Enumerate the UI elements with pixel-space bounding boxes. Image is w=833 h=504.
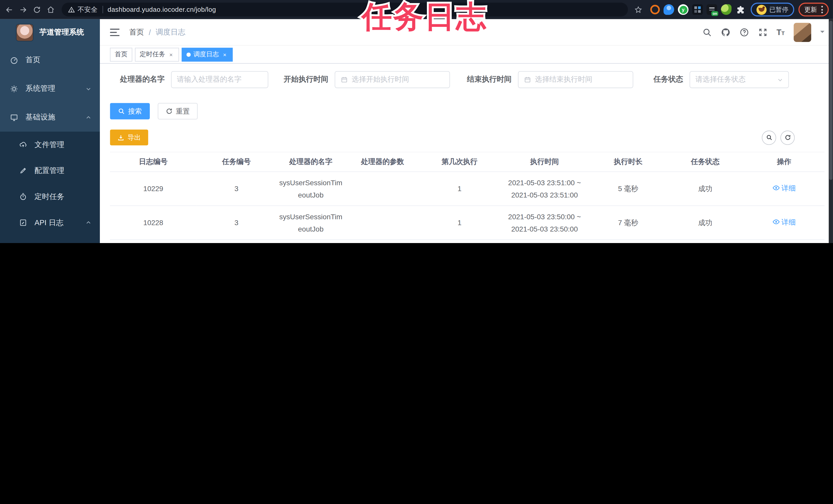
refresh-button[interactable] <box>781 130 795 145</box>
user-avatar[interactable] <box>793 23 811 42</box>
cell-job-status: 成功 <box>667 240 744 243</box>
calendar-icon <box>340 76 348 83</box>
extension-icon-6[interactable] <box>721 4 731 15</box>
toggle-search-button[interactable] <box>762 130 776 145</box>
export-button[interactable]: 导出 <box>110 129 148 145</box>
sidebar-item-scheduled-job[interactable]: 定时任务 <box>0 184 100 210</box>
begin-time-picker[interactable]: 选择开始执行时间 <box>335 71 450 88</box>
home-icon[interactable] <box>44 3 57 16</box>
chevron-down-icon <box>777 77 783 83</box>
profile-avatar <box>757 5 766 15</box>
col-job-status: 任务状态 <box>667 152 744 172</box>
app-logo-row[interactable]: 芋道管理系统 <box>0 19 100 46</box>
extension-icon-7[interactable] <box>735 4 746 15</box>
extension-icon-3[interactable]: y <box>678 4 688 15</box>
cell-job-status: 成功 <box>667 206 744 240</box>
col-execute-index: 第几次执行 <box>420 152 499 172</box>
extension-icon-2[interactable] <box>664 4 674 15</box>
sidebar-item-home[interactable]: 首页 <box>0 46 100 74</box>
cell-actions: 详细 <box>744 240 824 243</box>
forward-icon[interactable] <box>16 3 30 16</box>
reload-icon[interactable] <box>30 3 44 16</box>
breadcrumb-home[interactable]: 首页 <box>129 27 144 37</box>
dashboard-icon <box>10 56 18 64</box>
timer-icon <box>19 193 27 201</box>
tag-home[interactable]: 首页 <box>110 48 132 61</box>
browser-menu-icon[interactable] <box>821 6 823 13</box>
cell-actions: 详细 <box>744 206 824 240</box>
tag-scheduled-job[interactable]: 定时任务 × <box>135 48 179 61</box>
extension-icon-4[interactable] <box>692 4 703 15</box>
extensions-area: y on <box>650 4 746 15</box>
cell-handler-param <box>345 172 420 206</box>
sidebar-item-infrastructure[interactable]: 基础设施 <box>0 103 100 131</box>
handler-name-input[interactable]: 请输入处理器的名字 <box>171 71 268 88</box>
cell-job-id: 3 <box>197 240 276 243</box>
scrollbar[interactable] <box>829 19 833 243</box>
cell-execute-index: 1 <box>420 240 499 243</box>
bookmark-star-icon[interactable] <box>631 3 645 16</box>
cell-handler-name: sysUserSessionTimeoutJob <box>276 206 346 240</box>
cell-handler-param <box>345 240 420 243</box>
tag-job-log[interactable]: 调度日志 × <box>182 48 233 61</box>
api-log-icon <box>19 219 27 227</box>
breadcrumb: 首页 / 调度日志 <box>129 27 185 37</box>
table-row: 10227 3 sysUserSessionTimeoutJob 1 2021-… <box>110 240 824 243</box>
breadcrumb-separator: / <box>149 28 151 36</box>
gear-icon <box>10 85 18 93</box>
cell-execute-time: 2021-05-03 23:49:00 ~2021-05-03 23:49:00 <box>499 240 590 243</box>
cell-job-id: 3 <box>197 172 276 206</box>
monitor-icon <box>10 114 18 121</box>
search-form: 处理器的名字 请输入处理器的名字 开始执行时间 选择开始执行时间 <box>110 71 824 88</box>
sidebar-item-config-manage[interactable]: 配置管理 <box>0 158 100 184</box>
end-time-label: 结束执行时间 <box>467 75 511 84</box>
close-icon[interactable]: × <box>168 51 174 57</box>
job-status-select[interactable]: 请选择任务状态 <box>690 71 789 88</box>
col-duration: 执行时长 <box>590 152 667 172</box>
fullscreen-icon[interactable] <box>758 27 767 37</box>
sidebar-toggle-icon[interactable] <box>110 28 119 36</box>
user-caret-down-icon[interactable] <box>820 31 825 35</box>
extension-icon-1[interactable] <box>650 5 660 14</box>
col-actions: 操作 <box>744 152 824 172</box>
cell-job-id: 3 <box>197 206 276 240</box>
extension-icon-5[interactable]: on <box>707 4 717 15</box>
sidebar-item-file-manage[interactable]: 文件管理 <box>0 132 100 158</box>
sidebar-item-api-log[interactable]: API 日志 <box>0 209 100 236</box>
detail-link[interactable]: 详细 <box>772 216 795 228</box>
close-icon[interactable]: × <box>221 51 228 57</box>
eye-icon <box>772 218 780 226</box>
github-icon[interactable] <box>721 27 730 37</box>
url-bar[interactable]: 不安全 dashboard.yudao.iocoder.cn/job/log <box>62 3 628 16</box>
job-log-table: 日志编号 任务编号 处理器的名字 处理器的参数 第几次执行 执行时间 执行时长 … <box>110 152 824 243</box>
end-time-picker[interactable]: 选择结束执行时间 <box>518 71 633 88</box>
cell-handler-name: sysUserSessionTimeoutJob <box>276 240 346 243</box>
security-label: 不安全 <box>78 5 98 14</box>
search-icon[interactable] <box>702 27 712 37</box>
cell-handler-name: sysUserSessionTimeoutJob <box>276 172 346 206</box>
cell-log-id: 10228 <box>110 206 196 240</box>
paused-label: 已暂停 <box>769 5 788 14</box>
table-row: 10228 3 sysUserSessionTimeoutJob 1 2021-… <box>110 206 824 240</box>
update-label: 更新 <box>804 5 817 14</box>
scrollbar-thumb[interactable] <box>829 21 832 180</box>
calendar-icon <box>524 76 531 83</box>
col-handler-param: 处理器的参数 <box>345 152 420 172</box>
help-icon[interactable] <box>739 27 749 37</box>
omnibox-divider <box>102 6 103 13</box>
col-handler-name: 处理器的名字 <box>276 152 346 172</box>
sidebar-item-system[interactable]: 系统管理 <box>0 74 100 103</box>
url-text[interactable]: dashboard.yudao.iocoder.cn/job/log <box>108 6 216 13</box>
browser-update-button[interactable]: 更新 <box>799 3 829 16</box>
profile-paused-chip[interactable]: 已暂停 <box>751 3 794 16</box>
col-log-id: 日志编号 <box>110 152 196 172</box>
detail-link[interactable]: 详细 <box>772 182 795 194</box>
job-status-label: 任务状态 <box>653 75 683 84</box>
font-size-icon[interactable]: TT <box>777 28 785 36</box>
not-secure-chip[interactable]: 不安全 <box>68 5 98 14</box>
back-icon[interactable] <box>2 3 16 16</box>
chevron-up-icon <box>86 220 91 226</box>
sidebar-item-access-log[interactable]: 访问日志 <box>0 236 100 243</box>
search-button[interactable]: 搜索 <box>110 103 150 119</box>
reset-button[interactable]: 重置 <box>158 103 198 119</box>
